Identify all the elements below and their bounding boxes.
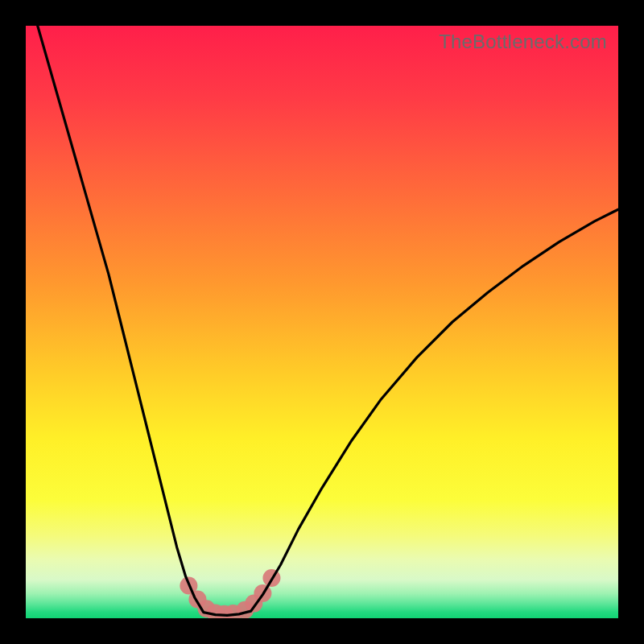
bottleneck-curve: [38, 26, 618, 615]
valley-markers-group: [180, 569, 280, 618]
chart-curves: [26, 26, 618, 618]
plot-area: TheBottleneck.com: [26, 26, 618, 618]
